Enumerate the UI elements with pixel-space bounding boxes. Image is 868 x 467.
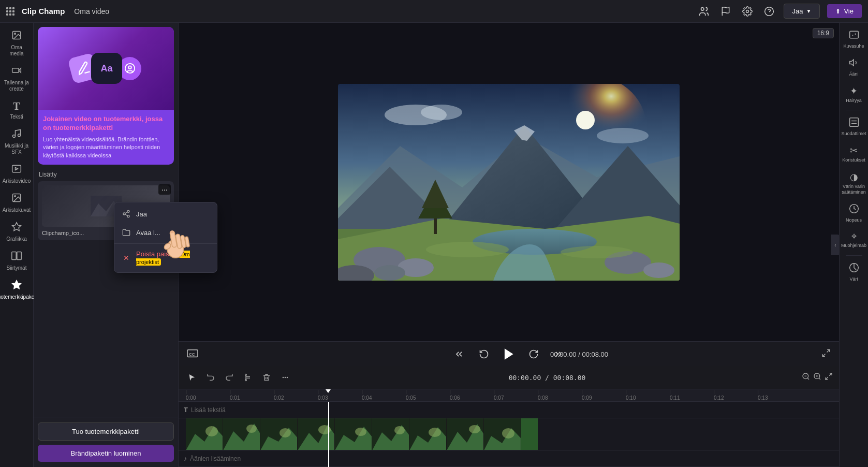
sidebar-item-teksti[interactable]: T Teksti <box>2 97 32 123</box>
svg-marker-13 <box>12 223 21 231</box>
ruler-mark-13: 0:13 <box>758 390 802 401</box>
rs-item-koristukset[interactable]: ✂ Koristukset <box>841 142 867 166</box>
promo-icon-aa: Aa <box>91 53 122 84</box>
filters-icon <box>849 117 859 130</box>
svg-marker-16 <box>12 281 21 289</box>
right-sidebar-collapse[interactable]: ‹ <box>831 235 840 255</box>
playhead-triangle <box>326 389 331 393</box>
share-people-icon[interactable] <box>697 4 711 19</box>
promo-card[interactable]: Aa Jokainen video on tuotemerkki, jossa … <box>38 27 174 165</box>
audio-track: ♪ Äänien lisääminen <box>179 450 839 467</box>
rs-item-muohjelmab[interactable]: ⌖ Muohjelmab <box>841 228 867 251</box>
zoom-in-button[interactable] <box>813 372 821 383</box>
main-area: Oma media Tallenna ja create T Teksti Mu… <box>0 23 868 467</box>
rs-item-kuvasuhe[interactable]: Kuvasuhe <box>841 27 867 52</box>
sidebar-item-tallenna[interactable]: Tallenna ja create <box>2 62 32 95</box>
svg-marker-109 <box>849 60 854 66</box>
rs-item-label: Väri <box>849 276 858 282</box>
grid-icon[interactable] <box>6 7 14 16</box>
add-text-label[interactable]: T Lisää tekstiä <box>179 402 839 418</box>
svg-point-95 <box>355 428 366 436</box>
rewind-button[interactable] <box>476 346 492 362</box>
rs-item-aani[interactable]: Ääni <box>841 55 867 80</box>
transitions-icon <box>11 251 22 264</box>
sidebar-item-arkistovideo[interactable]: Arkistovideo <box>2 160 32 187</box>
video-filmstrip <box>186 418 538 450</box>
center-area: 16:9 <box>179 23 839 467</box>
svg-point-92 <box>318 425 331 434</box>
film-frame-9 <box>484 418 521 450</box>
undo-button[interactable] <box>203 370 218 385</box>
promo-title: Jokainen video on tuotemerkki, jossa on … <box>43 115 169 133</box>
media-more-button[interactable]: ··· <box>158 184 171 195</box>
rs-item-varin-saato[interactable]: ◑ Värin värin säätäminen <box>841 169 867 198</box>
redo-button[interactable] <box>222 370 237 385</box>
text-track: T Lisää tekstiä <box>179 402 839 418</box>
ruler-marks: 0:00 0:01 0:02 0:03 0:04 0:05 0:06 0:07 … <box>186 390 802 401</box>
sidebar-item-musiikki[interactable]: Musiikki ja SFX <box>2 125 32 158</box>
svg-point-53 <box>374 265 405 281</box>
skip-back-button[interactable] <box>451 346 467 362</box>
timeline: 0:00 0:01 0:02 0:03 0:04 0:05 0:06 0:07 … <box>179 389 839 467</box>
ctx-item-avaa[interactable]: Avaa l... <box>114 223 217 242</box>
effects-icon: ✦ <box>850 85 858 97</box>
sidebar-item-label: Tallenna ja create <box>4 80 30 92</box>
zoom-fit-button[interactable] <box>825 372 833 383</box>
rs-item-suodattimet[interactable]: Suodattimet <box>841 114 867 139</box>
play-button[interactable] <box>501 346 517 362</box>
sidebar-item-label: Teksti <box>10 114 23 120</box>
aspect-ratio-badge[interactable]: 16:9 <box>813 28 834 38</box>
rs-item-vari[interactable]: Väri <box>841 260 867 285</box>
svg-point-71 <box>287 377 287 377</box>
svg-point-24 <box>127 215 129 217</box>
share-button[interactable]: Jaa ▼ <box>784 4 820 19</box>
delete-button[interactable] <box>259 370 274 385</box>
film-frame-8 <box>447 418 484 450</box>
svg-point-86 <box>246 425 257 433</box>
import-brand-button[interactable]: Tuo tuotemerkkipaketti <box>38 422 174 441</box>
sidebar-item-tuotemerkkipaketti[interactable]: Tuotemerkkipaketti <box>2 276 32 303</box>
cursor-tool-button[interactable] <box>185 370 199 385</box>
ctx-item-poista[interactable]: ✕ Poista paisto Om projektist <box>114 245 217 270</box>
fullscreen-button[interactable] <box>821 348 831 360</box>
settings-icon[interactable] <box>740 4 755 19</box>
preview-area[interactable]: 16:9 <box>179 23 839 341</box>
ctx-item-jaa[interactable]: Jaa <box>114 205 217 223</box>
text-track-content[interactable]: T Lisää tekstiä <box>179 402 839 418</box>
svg-point-18 <box>128 66 131 69</box>
help-icon[interactable] <box>762 4 776 19</box>
add-audio-label[interactable]: ♪ Äänien lisääminen <box>179 455 246 462</box>
forward-button[interactable] <box>525 346 542 362</box>
svg-point-23 <box>123 213 125 215</box>
svg-rect-110 <box>849 118 858 127</box>
text-icon: T <box>13 100 20 112</box>
ruler-mark-12: 0:12 <box>714 390 758 401</box>
sidebar-item-label: Arkistovideo <box>3 178 31 184</box>
export-button[interactable]: ⬆ Vie <box>827 4 862 18</box>
svg-line-63 <box>822 354 825 356</box>
sidebar-item-oma-media[interactable]: Oma media <box>2 27 32 60</box>
more-tool-button[interactable] <box>278 370 292 385</box>
rs-item-nopeus[interactable]: Nopeus <box>841 201 867 226</box>
svg-text:CC: CC <box>189 352 195 356</box>
video-track-content[interactable] <box>179 418 839 450</box>
promo-image: Aa <box>38 27 174 110</box>
sidebar-item-siirtymat[interactable]: Siirtymät <box>2 247 32 274</box>
zoom-out-button[interactable] <box>802 372 810 383</box>
sidebar-item-arkistokuvat[interactable]: Arkistokuvat <box>2 189 32 216</box>
speed-icon <box>849 203 859 216</box>
ruler-mark-10: 0:10 <box>626 390 670 401</box>
svg-point-57 <box>426 242 509 257</box>
flag-icon[interactable] <box>718 4 733 19</box>
cut-button[interactable] <box>241 370 255 385</box>
create-brand-button[interactable]: Brändipaketin luominen <box>38 445 174 462</box>
closed-caption-button[interactable]: CC <box>187 349 198 359</box>
svg-point-58 <box>561 246 633 258</box>
ruler-mark-2: 0:02 <box>274 390 318 401</box>
ctx-separator <box>114 243 217 244</box>
rs-item-label: Koristukset <box>842 157 865 163</box>
svg-point-36 <box>576 111 595 129</box>
sidebar-item-grafiikka[interactable]: Grafiikka <box>2 218 32 245</box>
rs-item-hairyya[interactable]: ✦ Häiryya <box>841 83 867 106</box>
svg-point-8 <box>13 135 16 138</box>
